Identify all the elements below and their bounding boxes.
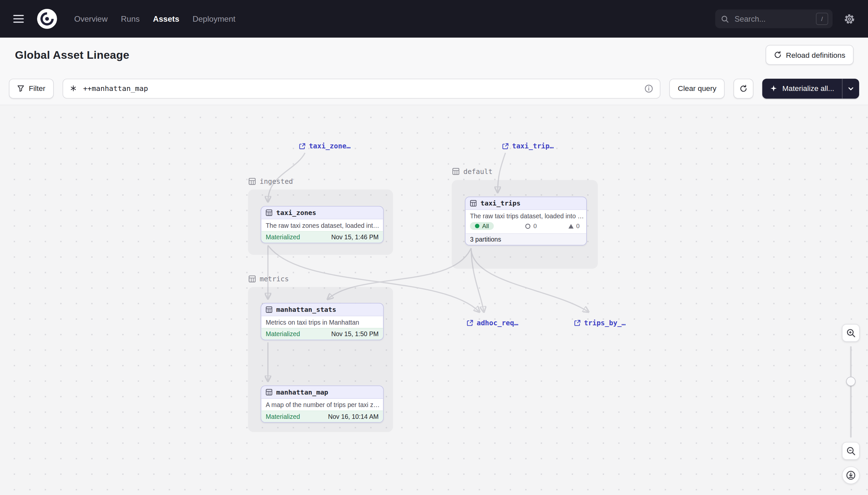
missing-count: 0 <box>533 223 537 229</box>
asset-description: A map of the number of trips per taxi z… <box>262 399 383 410</box>
refresh-icon <box>774 51 782 59</box>
partition-stats-row: All 0 0 <box>465 222 586 233</box>
page-title: Global Asset Lineage <box>15 49 129 62</box>
group-name: ingested <box>260 177 293 186</box>
search-icon <box>721 15 729 23</box>
nav-item-runs[interactable]: Runs <box>120 12 141 25</box>
refresh-query-button[interactable] <box>733 79 754 99</box>
materialized-status: Materialized <box>266 330 300 337</box>
partitions-failed-stat: 0 <box>568 223 580 229</box>
zoom-out-icon <box>846 446 855 456</box>
materialize-split-button: Materialize all... <box>762 79 859 99</box>
group-label-ingested[interactable]: ingested <box>249 177 293 186</box>
external-link-icon <box>574 319 581 326</box>
failed-count: 0 <box>576 223 579 229</box>
materialize-all-label: Materialize all... <box>782 84 834 92</box>
asset-title: taxi_trips <box>481 200 520 207</box>
asset-node-manhattan-map[interactable]: manhattan_map A map of the number of tri… <box>261 386 384 423</box>
asset-node-manhattan-stats[interactable]: manhattan_stats Metrics on taxi trips in… <box>261 303 384 340</box>
filter-button[interactable]: Filter <box>9 79 54 99</box>
asset-selection-input[interactable] <box>63 79 661 99</box>
nav-item-deployment[interactable]: Deployment <box>192 12 236 25</box>
recenter-button[interactable] <box>842 466 860 484</box>
triangle-warning-icon <box>568 223 574 229</box>
clear-query-button[interactable]: Clear query <box>670 79 725 99</box>
group-name: default <box>463 167 492 176</box>
external-link-icon <box>467 319 473 326</box>
external-asset-taxi-zone-file[interactable]: taxi_zone… <box>299 142 350 150</box>
table-icon <box>470 200 477 206</box>
group-label-default[interactable]: default <box>453 167 493 176</box>
materialized-status: Materialized <box>266 234 300 240</box>
external-asset-label: trips_by_… <box>584 319 625 327</box>
external-asset-label: adhoc_req… <box>477 319 518 327</box>
menu-button[interactable] <box>9 9 29 29</box>
zoom-in-button[interactable] <box>842 324 860 342</box>
nav-item-assets[interactable]: Assets <box>152 12 180 25</box>
external-asset-label: taxi_trip… <box>512 142 554 150</box>
asset-node-taxi-zones[interactable]: taxi_zones The raw taxi zones dataset, l… <box>261 206 384 243</box>
reload-definitions-button[interactable]: Reload definitions <box>765 45 854 65</box>
asset-title: manhattan_stats <box>276 306 336 314</box>
asset-description: The raw taxi trips dataset, loaded into … <box>465 210 586 222</box>
table-icon <box>266 389 272 395</box>
app-root: Overview Runs Assets Deployment / Global… <box>0 0 868 495</box>
partitions-missing-stat: 0 <box>525 223 537 229</box>
nav-item-overview[interactable]: Overview <box>73 12 109 25</box>
refresh-icon <box>740 84 748 92</box>
materialize-all-button[interactable]: Materialize all... <box>762 79 842 99</box>
zoom-slider[interactable] <box>842 346 860 438</box>
partition-count-label: 3 partitions <box>470 236 501 243</box>
funnel-icon <box>17 85 24 92</box>
external-link-icon <box>502 143 509 149</box>
zoom-out-button[interactable] <box>842 442 860 460</box>
gear-icon <box>844 13 855 24</box>
partitions-all-pill: All <box>470 222 494 230</box>
dagster-logo[interactable] <box>36 8 57 29</box>
table-group-icon <box>249 275 256 283</box>
table-icon <box>266 306 272 313</box>
dagster-logo-icon <box>36 8 57 29</box>
materialized-timestamp: Nov 15, 1:50 PM <box>331 330 379 337</box>
table-group-icon <box>249 178 256 185</box>
asset-node-taxi-trips[interactable]: taxi_trips The raw taxi trips dataset, l… <box>465 197 587 245</box>
external-asset-label: taxi_zone… <box>309 142 351 150</box>
info-icon[interactable] <box>644 84 653 93</box>
circle-outline-icon <box>525 223 531 229</box>
chevron-down-icon <box>848 85 854 91</box>
search-shortcut-hint: / <box>816 13 828 25</box>
materialized-status: Materialized <box>266 413 300 420</box>
external-asset-taxi-trip-file[interactable]: taxi_trip… <box>502 142 554 150</box>
external-link-icon <box>299 143 305 149</box>
zoom-slider-track[interactable] <box>850 346 852 438</box>
materialize-dropdown-button[interactable] <box>842 79 859 99</box>
asset-selection-query[interactable] <box>82 84 640 93</box>
selection-syntax-icon <box>70 85 77 92</box>
lineage-canvas[interactable]: ingested default metrics <box>0 105 868 495</box>
asset-description: Metrics on taxi trips in Manhattan <box>262 317 383 328</box>
materialized-timestamp: Nov 16, 10:14 AM <box>328 413 378 420</box>
top-nav: Overview Runs Assets Deployment / <box>0 0 868 38</box>
partitions-all-label: All <box>482 223 489 229</box>
lineage-toolbar: Filter Clear query <box>0 72 868 105</box>
search-input[interactable] <box>733 14 812 24</box>
zoom-in-icon <box>846 328 855 338</box>
settings-button[interactable] <box>839 9 859 29</box>
table-group-icon <box>453 168 460 175</box>
external-asset-trips-by[interactable]: trips_by_… <box>574 319 625 327</box>
zoom-controls <box>842 324 860 484</box>
sparkle-icon <box>770 85 777 92</box>
arrow-down-circle-icon <box>846 471 856 480</box>
asset-description: The raw taxi zones dataset, loaded int… <box>262 219 383 231</box>
group-label-metrics[interactable]: metrics <box>249 275 289 283</box>
global-search[interactable]: / <box>715 10 833 28</box>
external-asset-adhoc-request[interactable]: adhoc_req… <box>467 319 518 327</box>
reload-definitions-label: Reload definitions <box>786 51 845 59</box>
lineage-edges <box>0 105 868 495</box>
group-name: metrics <box>260 275 289 283</box>
clear-query-label: Clear query <box>678 84 716 92</box>
table-icon <box>266 209 272 216</box>
materialized-timestamp: Nov 15, 1:46 PM <box>331 234 379 240</box>
zoom-slider-knob[interactable] <box>846 377 855 386</box>
asset-title: manhattan_map <box>276 388 328 396</box>
